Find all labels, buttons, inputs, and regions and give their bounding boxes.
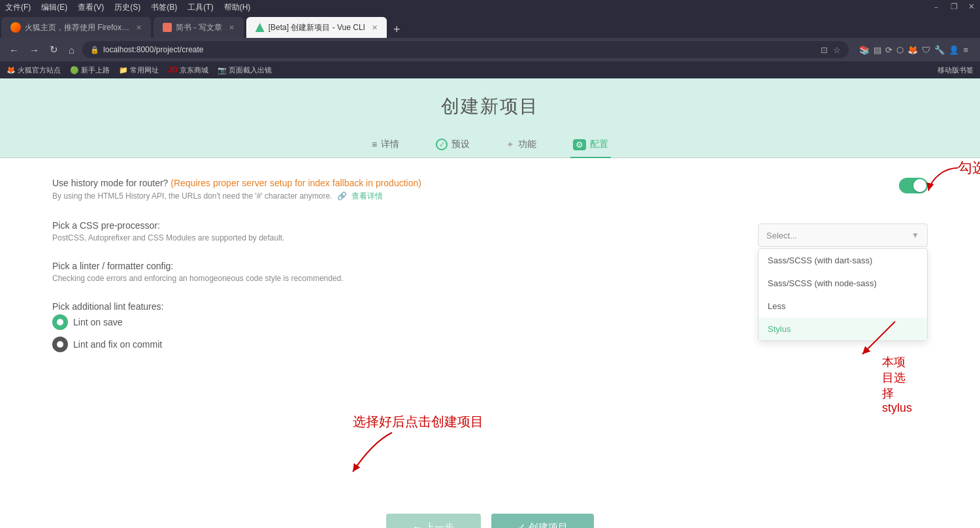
- browser-tab-3[interactable]: [Beta] 创建新项目 - Vue CLI ✕: [246, 17, 387, 38]
- bookmark-4[interactable]: JD 京东商城: [168, 65, 208, 75]
- bookmark-1[interactable]: 🦊 火狐官方站点: [7, 65, 61, 75]
- lint-on-commit-toggle[interactable]: [52, 337, 68, 352]
- bookmark-1-icon: 🦊: [7, 66, 16, 74]
- prev-button[interactable]: ← 上一步: [386, 514, 480, 528]
- menu-edit[interactable]: 编辑(E): [41, 2, 67, 13]
- preset-icon: ✓: [436, 139, 448, 150]
- mobile-bookmarks[interactable]: 移动版书签: [938, 65, 973, 75]
- tabs-bar: 火狐主页，推荐使用 Firefox… ✕ 简书 - 写文章 ✕ [Beta] 创…: [0, 14, 980, 38]
- router-section: Use history mode for router? (Requires p…: [52, 178, 928, 202]
- main-area: 勾选 Use history mode for router? (Require…: [0, 158, 980, 498]
- pocket-icon[interactable]: ⬡: [896, 45, 904, 55]
- css-select-box[interactable]: Select... ▼: [758, 223, 928, 247]
- tab-config[interactable]: ⚙ 配置: [570, 132, 611, 158]
- ext3-icon[interactable]: 🔧: [934, 45, 945, 55]
- win-restore[interactable]: ❐: [951, 2, 958, 13]
- tab-3-label: [Beta] 创建新项目 - Vue CLI: [269, 22, 365, 33]
- router-desc: By using the HTML5 History API, the URLs…: [52, 191, 928, 202]
- win-minimize[interactable]: －: [932, 2, 940, 13]
- bookmark-star[interactable]: ☆: [833, 45, 841, 55]
- bookmark-2[interactable]: 🟢 新手上路: [70, 65, 110, 75]
- menu-tools[interactable]: 工具(T): [188, 2, 213, 13]
- details-icon: ≡: [372, 139, 377, 150]
- bookmark-3-label: 常用网址: [130, 65, 159, 75]
- tab-3-close[interactable]: ✕: [372, 24, 378, 32]
- secure-icon: ⊡: [821, 45, 828, 55]
- ext2-icon[interactable]: 🛡: [922, 45, 930, 55]
- tab-preset[interactable]: ✓ 预设: [433, 132, 472, 158]
- win-close[interactable]: ✕: [968, 2, 975, 13]
- sidebar-icon[interactable]: ▤: [874, 45, 881, 55]
- router-link[interactable]: 查看详情: [351, 191, 383, 201]
- menu-view[interactable]: 查看(V): [78, 2, 104, 13]
- select-arrow-icon: ▼: [911, 231, 919, 240]
- router-toggle-area: 勾选: [899, 178, 928, 193]
- features-icon: ✦: [506, 139, 514, 150]
- new-tab-button[interactable]: +: [388, 23, 406, 37]
- address-bar: ← → ↻ ⌂ 🔒 localhost:8000/project/create …: [0, 38, 980, 61]
- browser-tab-2[interactable]: 简书 - 写文章 ✕: [154, 17, 244, 38]
- bookmark-5[interactable]: 📷 页面截入出镜: [218, 65, 272, 75]
- folder-icon: 📁: [119, 66, 128, 74]
- menu-file[interactable]: 文件(F): [5, 2, 31, 13]
- tab-details[interactable]: ≡ 详情: [369, 132, 402, 158]
- dropdown-item-sass-dart[interactable]: Sass/SCSS (with dart-sass): [759, 249, 927, 272]
- check-arrow: [925, 165, 964, 197]
- tab-details-label: 详情: [381, 139, 399, 150]
- bookmark-2-label: 新手上路: [81, 65, 110, 75]
- tab-config-label: 配置: [590, 139, 608, 150]
- bookmark-2-icon: 🟢: [70, 66, 79, 74]
- library-icon[interactable]: 📚: [859, 45, 870, 55]
- router-label: Use history mode for router? (Requires p…: [52, 178, 928, 188]
- bookmarks-bar: 🦊 火狐官方站点 🟢 新手上路 📁 常用网址 JD 京东商城 📷 页面截入出镜 …: [0, 61, 980, 78]
- tab-features[interactable]: ✦ 功能: [504, 132, 539, 158]
- url-text: localhost:8000/project/create: [103, 45, 817, 54]
- home-button[interactable]: ⌂: [66, 43, 77, 57]
- tab-1-close[interactable]: ✕: [136, 24, 142, 32]
- dropdown-item-less[interactable]: Less: [759, 295, 927, 318]
- dropdown-item-sass-node[interactable]: Sass/SCSS (with node-sass): [759, 272, 927, 295]
- lint-on-save-toggle[interactable]: [52, 314, 68, 330]
- tab-2-label: 简书 - 写文章: [176, 22, 222, 33]
- tab-features-label: 功能: [518, 139, 536, 150]
- firefox-icon: [10, 22, 21, 33]
- router-toggle[interactable]: [899, 178, 928, 193]
- stylus-annotation: 本项目选择stylus: [843, 318, 908, 366]
- toggle-inner-2: [57, 341, 63, 348]
- bookmark-3[interactable]: 📁 常用网址: [119, 65, 159, 75]
- select-value: Select...: [766, 231, 797, 240]
- back-button[interactable]: ←: [7, 43, 22, 57]
- create-button[interactable]: ✓ 创建项目: [491, 514, 594, 528]
- tab-1-label: 火狐主页，推荐使用 Firefox…: [25, 22, 129, 33]
- jianshu-icon: [163, 23, 172, 32]
- menu-help[interactable]: 帮助(H): [224, 2, 251, 13]
- annotation-check: 勾选: [958, 158, 980, 178]
- tab-preset-label: 预设: [451, 139, 470, 150]
- ext4-icon[interactable]: 👤: [949, 45, 959, 55]
- create-annotation: 选择好后点击创建项目: [353, 413, 483, 431]
- toggle-knob: [913, 179, 926, 192]
- forward-button[interactable]: →: [27, 43, 42, 57]
- menu-bookmarks[interactable]: 书签(B): [151, 2, 177, 13]
- menu-history[interactable]: 历史(S): [114, 2, 140, 13]
- config-icon: ⚙: [573, 139, 586, 150]
- sync-icon[interactable]: ⟳: [885, 45, 892, 55]
- toolbar: 📚 ▤ ⟳ ⬡ 🦊 🛡 🔧 👤 ≡: [854, 45, 973, 55]
- router-warn: (Requires proper server setup for index …: [171, 178, 421, 188]
- ext1-icon[interactable]: 🦊: [907, 45, 918, 55]
- bookmark-5-label: 页面截入出镜: [229, 65, 272, 75]
- stylus-annotation-text: 本项目选择stylus: [882, 354, 912, 415]
- prev-label: ← 上一步: [412, 521, 454, 528]
- lint-on-save-label: Lint on save: [73, 317, 123, 327]
- browser-tab-1[interactable]: 火狐主页，推荐使用 Firefox… ✕: [1, 17, 151, 38]
- vue-icon: [255, 23, 265, 32]
- bookmark-4-label: 京东商城: [180, 65, 208, 75]
- bookmark-5-icon: 📷: [218, 66, 227, 74]
- browser-window: 文件(F) 编辑(E) 查看(V) 历史(S) 书签(B) 工具(T) 帮助(H…: [0, 0, 980, 528]
- reload-button[interactable]: ↻: [47, 42, 61, 57]
- menu-bar: 文件(F) 编辑(E) 查看(V) 历史(S) 书签(B) 工具(T) 帮助(H…: [0, 0, 980, 14]
- address-input[interactable]: 🔒 localhost:8000/project/create ⊡ ☆: [82, 41, 849, 58]
- menu-dots[interactable]: ≡: [963, 45, 968, 55]
- tab-2-close[interactable]: ✕: [229, 24, 235, 32]
- page-header: 创建新项目 ≡ 详情 ✓ 预设 ✦ 功能 ⚙ 配置: [0, 78, 980, 158]
